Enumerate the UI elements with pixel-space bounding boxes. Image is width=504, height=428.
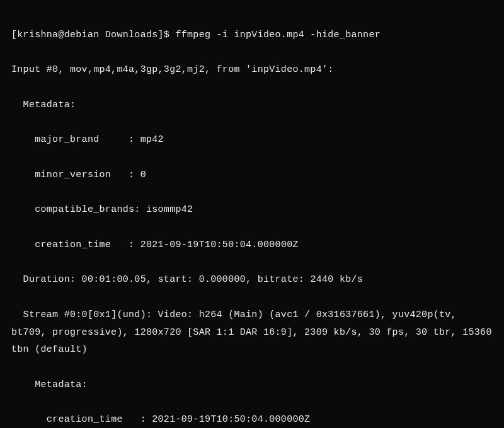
prompt-line: [krishna@debian Downloads]$ ffmpeg -i in… (11, 26, 493, 44)
compatible-brands: compatible_brands: isommp42 (11, 201, 493, 219)
terminal-output: [krishna@debian Downloads]$ ffmpeg -i in… (11, 9, 493, 428)
creation-time-2: creation_time : 2021-09-19T10:50:04.0000… (11, 411, 493, 428)
video-stream: Stream #0:0[0x1](und): Video: h264 (Main… (11, 306, 493, 359)
metadata-label-2: Metadata: (11, 376, 493, 394)
input-header: Input #0, mov,mp4,m4a,3gp,3g2,mj2, from … (11, 61, 493, 79)
minor-version: minor_version : 0 (11, 166, 493, 184)
creation-time: creation_time : 2021-09-19T10:50:04.0000… (11, 236, 493, 254)
duration-line: Duration: 00:01:00.05, start: 0.000000, … (11, 271, 493, 289)
major-brand: major_brand : mp42 (11, 131, 493, 149)
metadata-label: Metadata: (11, 96, 493, 114)
